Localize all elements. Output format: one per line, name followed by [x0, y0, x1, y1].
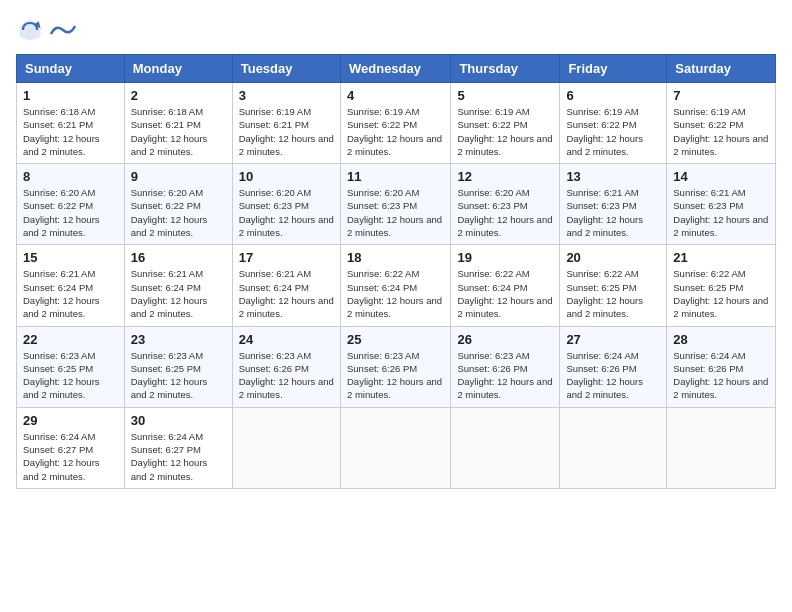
calendar-cell: 29 Sunrise: 6:24 AM Sunset: 6:27 PM Dayl…: [17, 407, 125, 488]
logo-icon: [16, 16, 44, 44]
day-info: Sunrise: 6:20 AM Sunset: 6:22 PM Dayligh…: [23, 186, 118, 239]
day-number: 18: [347, 250, 444, 265]
day-number: 17: [239, 250, 334, 265]
calendar-cell: 26 Sunrise: 6:23 AM Sunset: 6:26 PM Dayl…: [451, 326, 560, 407]
day-info: Sunrise: 6:21 AM Sunset: 6:23 PM Dayligh…: [673, 186, 769, 239]
day-number: 10: [239, 169, 334, 184]
calendar-cell: 13 Sunrise: 6:21 AM Sunset: 6:23 PM Dayl…: [560, 164, 667, 245]
calendar-cell: [232, 407, 340, 488]
day-info: Sunrise: 6:21 AM Sunset: 6:23 PM Dayligh…: [566, 186, 660, 239]
day-info: Sunrise: 6:22 AM Sunset: 6:25 PM Dayligh…: [673, 267, 769, 320]
logo-wave-icon: [49, 20, 77, 40]
day-info: Sunrise: 6:20 AM Sunset: 6:22 PM Dayligh…: [131, 186, 226, 239]
day-number: 23: [131, 332, 226, 347]
day-number: 3: [239, 88, 334, 103]
calendar-cell: 19 Sunrise: 6:22 AM Sunset: 6:24 PM Dayl…: [451, 245, 560, 326]
day-info: Sunrise: 6:24 AM Sunset: 6:27 PM Dayligh…: [23, 430, 118, 483]
calendar-cell: 9 Sunrise: 6:20 AM Sunset: 6:22 PM Dayli…: [124, 164, 232, 245]
day-number: 30: [131, 413, 226, 428]
day-info: Sunrise: 6:21 AM Sunset: 6:24 PM Dayligh…: [239, 267, 334, 320]
calendar-cell: 18 Sunrise: 6:22 AM Sunset: 6:24 PM Dayl…: [340, 245, 450, 326]
calendar-cell: 21 Sunrise: 6:22 AM Sunset: 6:25 PM Dayl…: [667, 245, 776, 326]
day-info: Sunrise: 6:19 AM Sunset: 6:22 PM Dayligh…: [457, 105, 553, 158]
calendar-cell: [451, 407, 560, 488]
calendar-cell: 28 Sunrise: 6:24 AM Sunset: 6:26 PM Dayl…: [667, 326, 776, 407]
day-number: 15: [23, 250, 118, 265]
day-number: 4: [347, 88, 444, 103]
day-number: 20: [566, 250, 660, 265]
column-header-tuesday: Tuesday: [232, 55, 340, 83]
week-row-2: 8 Sunrise: 6:20 AM Sunset: 6:22 PM Dayli…: [17, 164, 776, 245]
day-info: Sunrise: 6:19 AM Sunset: 6:21 PM Dayligh…: [239, 105, 334, 158]
calendar-cell: 15 Sunrise: 6:21 AM Sunset: 6:24 PM Dayl…: [17, 245, 125, 326]
calendar-cell: 16 Sunrise: 6:21 AM Sunset: 6:24 PM Dayl…: [124, 245, 232, 326]
calendar-cell: 11 Sunrise: 6:20 AM Sunset: 6:23 PM Dayl…: [340, 164, 450, 245]
day-number: 24: [239, 332, 334, 347]
calendar-cell: 1 Sunrise: 6:18 AM Sunset: 6:21 PM Dayli…: [17, 83, 125, 164]
day-info: Sunrise: 6:23 AM Sunset: 6:26 PM Dayligh…: [347, 349, 444, 402]
day-number: 12: [457, 169, 553, 184]
calendar-cell: 23 Sunrise: 6:23 AM Sunset: 6:25 PM Dayl…: [124, 326, 232, 407]
day-info: Sunrise: 6:18 AM Sunset: 6:21 PM Dayligh…: [131, 105, 226, 158]
calendar-cell: 3 Sunrise: 6:19 AM Sunset: 6:21 PM Dayli…: [232, 83, 340, 164]
column-header-wednesday: Wednesday: [340, 55, 450, 83]
day-info: Sunrise: 6:20 AM Sunset: 6:23 PM Dayligh…: [457, 186, 553, 239]
calendar-cell: 22 Sunrise: 6:23 AM Sunset: 6:25 PM Dayl…: [17, 326, 125, 407]
week-row-1: 1 Sunrise: 6:18 AM Sunset: 6:21 PM Dayli…: [17, 83, 776, 164]
day-number: 16: [131, 250, 226, 265]
day-info: Sunrise: 6:21 AM Sunset: 6:24 PM Dayligh…: [131, 267, 226, 320]
day-number: 5: [457, 88, 553, 103]
day-info: Sunrise: 6:22 AM Sunset: 6:24 PM Dayligh…: [457, 267, 553, 320]
day-number: 9: [131, 169, 226, 184]
calendar-body: 1 Sunrise: 6:18 AM Sunset: 6:21 PM Dayli…: [17, 83, 776, 489]
column-header-saturday: Saturday: [667, 55, 776, 83]
day-info: Sunrise: 6:20 AM Sunset: 6:23 PM Dayligh…: [239, 186, 334, 239]
calendar-cell: 10 Sunrise: 6:20 AM Sunset: 6:23 PM Dayl…: [232, 164, 340, 245]
calendar-cell: 6 Sunrise: 6:19 AM Sunset: 6:22 PM Dayli…: [560, 83, 667, 164]
day-number: 28: [673, 332, 769, 347]
day-info: Sunrise: 6:24 AM Sunset: 6:27 PM Dayligh…: [131, 430, 226, 483]
calendar-cell: 8 Sunrise: 6:20 AM Sunset: 6:22 PM Dayli…: [17, 164, 125, 245]
day-info: Sunrise: 6:23 AM Sunset: 6:26 PM Dayligh…: [457, 349, 553, 402]
day-info: Sunrise: 6:24 AM Sunset: 6:26 PM Dayligh…: [566, 349, 660, 402]
day-info: Sunrise: 6:23 AM Sunset: 6:26 PM Dayligh…: [239, 349, 334, 402]
day-number: 26: [457, 332, 553, 347]
day-number: 22: [23, 332, 118, 347]
day-number: 8: [23, 169, 118, 184]
day-number: 21: [673, 250, 769, 265]
day-number: 19: [457, 250, 553, 265]
calendar-cell: 30 Sunrise: 6:24 AM Sunset: 6:27 PM Dayl…: [124, 407, 232, 488]
page-header: [16, 16, 776, 44]
day-info: Sunrise: 6:22 AM Sunset: 6:25 PM Dayligh…: [566, 267, 660, 320]
calendar-cell: 24 Sunrise: 6:23 AM Sunset: 6:26 PM Dayl…: [232, 326, 340, 407]
day-info: Sunrise: 6:23 AM Sunset: 6:25 PM Dayligh…: [131, 349, 226, 402]
week-row-5: 29 Sunrise: 6:24 AM Sunset: 6:27 PM Dayl…: [17, 407, 776, 488]
day-number: 2: [131, 88, 226, 103]
calendar-cell: 5 Sunrise: 6:19 AM Sunset: 6:22 PM Dayli…: [451, 83, 560, 164]
day-info: Sunrise: 6:19 AM Sunset: 6:22 PM Dayligh…: [347, 105, 444, 158]
week-row-3: 15 Sunrise: 6:21 AM Sunset: 6:24 PM Dayl…: [17, 245, 776, 326]
logo-text: [48, 20, 78, 40]
day-info: Sunrise: 6:24 AM Sunset: 6:26 PM Dayligh…: [673, 349, 769, 402]
calendar-cell: 17 Sunrise: 6:21 AM Sunset: 6:24 PM Dayl…: [232, 245, 340, 326]
logo: [16, 16, 78, 44]
calendar-cell: [667, 407, 776, 488]
day-number: 13: [566, 169, 660, 184]
column-header-monday: Monday: [124, 55, 232, 83]
week-row-4: 22 Sunrise: 6:23 AM Sunset: 6:25 PM Dayl…: [17, 326, 776, 407]
day-info: Sunrise: 6:19 AM Sunset: 6:22 PM Dayligh…: [566, 105, 660, 158]
calendar-header-row: SundayMondayTuesdayWednesdayThursdayFrid…: [17, 55, 776, 83]
day-number: 25: [347, 332, 444, 347]
calendar-cell: 12 Sunrise: 6:20 AM Sunset: 6:23 PM Dayl…: [451, 164, 560, 245]
calendar-cell: 14 Sunrise: 6:21 AM Sunset: 6:23 PM Dayl…: [667, 164, 776, 245]
day-info: Sunrise: 6:20 AM Sunset: 6:23 PM Dayligh…: [347, 186, 444, 239]
calendar-cell: 25 Sunrise: 6:23 AM Sunset: 6:26 PM Dayl…: [340, 326, 450, 407]
day-info: Sunrise: 6:23 AM Sunset: 6:25 PM Dayligh…: [23, 349, 118, 402]
calendar-cell: 20 Sunrise: 6:22 AM Sunset: 6:25 PM Dayl…: [560, 245, 667, 326]
day-info: Sunrise: 6:21 AM Sunset: 6:24 PM Dayligh…: [23, 267, 118, 320]
day-info: Sunrise: 6:22 AM Sunset: 6:24 PM Dayligh…: [347, 267, 444, 320]
calendar-cell: [340, 407, 450, 488]
calendar-cell: 2 Sunrise: 6:18 AM Sunset: 6:21 PM Dayli…: [124, 83, 232, 164]
day-number: 14: [673, 169, 769, 184]
calendar-cell: [560, 407, 667, 488]
